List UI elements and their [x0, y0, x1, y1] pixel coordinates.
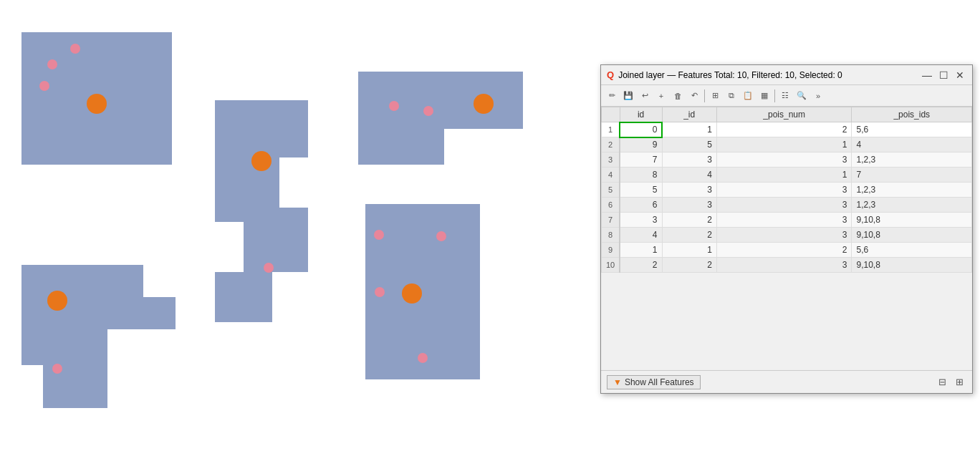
- select-all-button[interactable]: ⊞: [707, 88, 723, 104]
- header-pois-ids[interactable]: _pois_ids: [852, 107, 972, 122]
- cell-pois-ids[interactable]: 1,2,3: [852, 198, 972, 213]
- close-button[interactable]: ✕: [953, 69, 966, 81]
- svg-marker-3: [215, 100, 308, 322]
- cell-pois-ids[interactable]: 1,2,3: [852, 183, 972, 198]
- table-row[interactable]: 48417: [602, 168, 972, 183]
- save-button[interactable]: 💾: [620, 88, 636, 104]
- row-number: 8: [602, 228, 620, 243]
- row-number: 9: [602, 243, 620, 258]
- header-id2[interactable]: _id: [662, 107, 716, 122]
- panel-titlebar: Q Joined layer — Features Total: 10, Fil…: [601, 65, 972, 85]
- expand-icon[interactable]: ⊟: [935, 375, 949, 389]
- table-row[interactable]: 37331,2,3: [602, 152, 972, 168]
- cell-id[interactable]: 2: [620, 258, 662, 273]
- table-row[interactable]: 55331,2,3: [602, 183, 972, 198]
- cell-pois-ids[interactable]: 4: [852, 137, 972, 152]
- cell-pois-ids[interactable]: 5,6: [852, 243, 972, 258]
- cell-id[interactable]: 5: [620, 183, 662, 198]
- table-row[interactable]: 84239,10,8: [602, 228, 972, 243]
- delete-row-button[interactable]: 🗑: [670, 88, 686, 104]
- qgis-icon: Q: [607, 69, 614, 80]
- toolbar-separator-2: [774, 89, 775, 102]
- cell-id2[interactable]: 1: [662, 243, 716, 258]
- toolbar-separator-1: [704, 89, 705, 102]
- paste-button[interactable]: 📋: [740, 88, 756, 104]
- select-features-button[interactable]: ☷: [777, 88, 793, 104]
- table-row[interactable]: 102239,10,8: [602, 258, 972, 273]
- cell-pois-ids[interactable]: 9,10,8: [852, 213, 972, 228]
- show-all-label: Show All Features: [625, 377, 694, 387]
- cell-id2[interactable]: 2: [662, 258, 716, 273]
- cell-id[interactable]: 4: [620, 228, 662, 243]
- cell-id[interactable]: 3: [620, 213, 662, 228]
- cell-pois-num[interactable]: 3: [716, 198, 852, 213]
- svg-point-17: [423, 106, 433, 116]
- header-pois-num[interactable]: _pois_num: [716, 107, 852, 122]
- cell-id[interactable]: 8: [620, 168, 662, 183]
- cell-id2[interactable]: 3: [662, 183, 716, 198]
- table-row[interactable]: 91125,6: [602, 243, 972, 258]
- cell-pois-ids[interactable]: 1,2,3: [852, 152, 972, 168]
- svg-point-14: [52, 364, 62, 374]
- cell-pois-num[interactable]: 2: [716, 243, 852, 258]
- row-number: 1: [602, 122, 620, 137]
- svg-point-9: [474, 94, 494, 114]
- cell-id2[interactable]: 2: [662, 213, 716, 228]
- cell-pois-num[interactable]: 1: [716, 137, 852, 152]
- cell-pois-ids[interactable]: 5,6: [852, 122, 972, 137]
- attribute-table-container[interactable]: id _id _pois_num _pois_ids 10125,6295143…: [601, 107, 972, 370]
- header-rownum: [602, 107, 620, 122]
- attribute-table-panel: Q Joined layer — Features Total: 10, Fil…: [600, 64, 973, 394]
- cell-pois-num[interactable]: 3: [716, 228, 852, 243]
- svg-marker-4: [358, 72, 523, 165]
- cell-id2[interactable]: 3: [662, 152, 716, 168]
- cell-pois-ids[interactable]: 7: [852, 168, 972, 183]
- filter-button[interactable]: ▦: [756, 88, 772, 104]
- cell-pois-num[interactable]: 3: [716, 152, 852, 168]
- cell-pois-num[interactable]: 3: [716, 183, 852, 198]
- panel-footer: ▼ Show All Features ⊟ ⊞: [601, 370, 972, 393]
- cell-id2[interactable]: 5: [662, 137, 716, 152]
- cell-id[interactable]: 1: [620, 243, 662, 258]
- cell-id2[interactable]: 1: [662, 122, 716, 137]
- panel-title: Q Joined layer — Features Total: 10, Fil…: [607, 69, 842, 80]
- row-number: 5: [602, 183, 620, 198]
- cell-pois-num[interactable]: 3: [716, 258, 852, 273]
- undo-button[interactable]: ↶: [686, 88, 702, 104]
- panel-controls: — ☐ ✕: [920, 69, 966, 81]
- row-number: 2: [602, 137, 620, 152]
- restore-button[interactable]: ☐: [937, 69, 951, 81]
- cell-pois-ids[interactable]: 9,10,8: [852, 258, 972, 273]
- cell-id2[interactable]: 2: [662, 228, 716, 243]
- table-row[interactable]: 10125,6: [602, 122, 972, 137]
- reload-button[interactable]: ↩: [637, 88, 653, 104]
- cell-id2[interactable]: 3: [662, 198, 716, 213]
- table-row[interactable]: 29514: [602, 137, 972, 152]
- minimize-button[interactable]: —: [920, 69, 934, 81]
- copy-button[interactable]: ⧉: [724, 88, 739, 104]
- table-row[interactable]: 73239,10,8: [602, 213, 972, 228]
- cell-id[interactable]: 9: [620, 137, 662, 152]
- row-number: 4: [602, 168, 620, 183]
- cell-pois-ids[interactable]: 9,10,8: [852, 228, 972, 243]
- filter-funnel-icon: ▼: [613, 377, 622, 387]
- edit-toggle-button[interactable]: ✏: [604, 88, 620, 104]
- toolbar: ✏ 💾 ↩ + 🗑 ↶ ⊞ ⧉ 📋 ▦ ☷ 🔍 »: [601, 85, 972, 107]
- cell-pois-num[interactable]: 3: [716, 213, 852, 228]
- zoom-button[interactable]: 🔍: [794, 88, 810, 104]
- dock-icon[interactable]: ⊞: [952, 375, 966, 389]
- table-row[interactable]: 66331,2,3: [602, 198, 972, 213]
- header-id[interactable]: id: [620, 107, 662, 122]
- cell-id2[interactable]: 4: [662, 168, 716, 183]
- cell-id[interactable]: 7: [620, 152, 662, 168]
- add-row-button[interactable]: +: [653, 88, 669, 104]
- show-all-features-button[interactable]: ▼ Show All Features: [607, 375, 701, 389]
- cell-pois-num[interactable]: 2: [716, 122, 852, 137]
- cell-id[interactable]: 0: [620, 122, 662, 137]
- cell-id[interactable]: 6: [620, 198, 662, 213]
- svg-point-21: [418, 353, 428, 363]
- svg-point-11: [70, 44, 80, 54]
- more-button[interactable]: »: [810, 88, 826, 104]
- svg-point-6: [87, 94, 107, 114]
- cell-pois-num[interactable]: 1: [716, 168, 852, 183]
